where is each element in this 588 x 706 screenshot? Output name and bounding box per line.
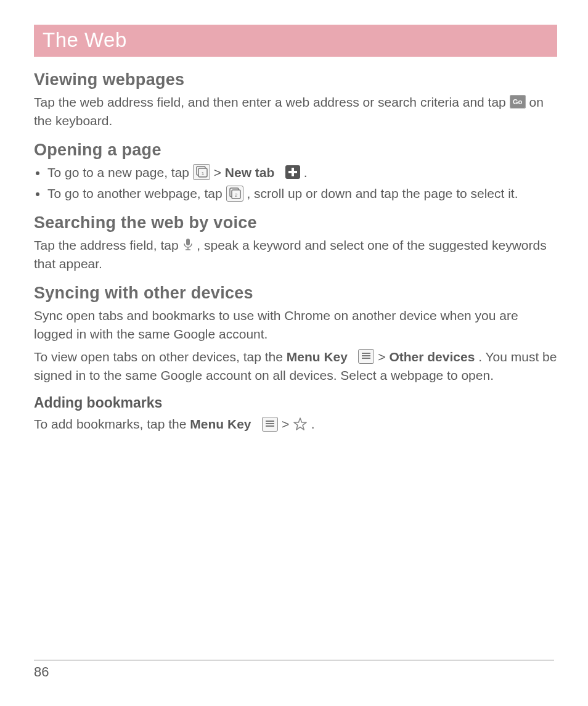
text: To go to another webpage, tap [47, 186, 226, 200]
section-opening-page: Opening a page To go to a new page, tap … [34, 141, 557, 203]
microphone-icon [182, 238, 194, 252]
text: Tap the address field, tap [34, 238, 182, 252]
text [351, 350, 355, 364]
text: . [311, 417, 315, 431]
text: . [304, 165, 308, 179]
heading-sync: Syncing with other devices [34, 284, 557, 303]
paragraph: Tap the address field, tap , speak a key… [34, 236, 557, 274]
text: Tap the web address field, and then ente… [34, 95, 510, 109]
bold-text: New tab [225, 165, 275, 179]
footer-rule [34, 660, 554, 660]
text: To view open tabs on other devices, tap … [34, 350, 287, 364]
svg-rect-6 [186, 239, 190, 245]
tabs-2-icon: 2 [226, 186, 243, 202]
section-banner: The Web [34, 25, 557, 57]
section-bookmarks: Adding bookmarks To add bookmarks, tap t… [34, 395, 557, 433]
text: > [282, 417, 293, 431]
svg-text:2: 2 [234, 192, 237, 198]
page-number: 86 [34, 664, 554, 680]
menu-key-icon [358, 349, 374, 364]
bold-text: Other devices [389, 350, 475, 364]
paragraph: Tap the web address field, and then ente… [34, 93, 557, 131]
go-key-icon: Go [510, 95, 526, 109]
document-page: The Web Viewing webpages Tap the web add… [0, 0, 588, 434]
heading-opening: Opening a page [34, 141, 557, 160]
page-footer: 86 [34, 660, 554, 680]
section-voice-search: Searching the web by voice Tap the addre… [34, 213, 557, 274]
heading-voice: Searching the web by voice [34, 213, 557, 232]
svg-text:1: 1 [202, 171, 205, 176]
text [278, 165, 282, 179]
list-item: To go to a new page, tap 1 > New tab . [47, 163, 557, 182]
text: To add bookmarks, tap the [34, 417, 190, 431]
bullet-list: To go to a new page, tap 1 > New tab . T… [34, 163, 557, 203]
plus-icon [285, 165, 300, 179]
section-viewing-webpages: Viewing webpages Tap the web address fie… [34, 70, 557, 131]
text: , scroll up or down and tap the page to … [247, 186, 518, 200]
tabs-1-icon: 1 [193, 164, 210, 180]
paragraph: To view open tabs on other devices, tap … [34, 348, 557, 385]
text [255, 417, 258, 431]
heading-viewing: Viewing webpages [34, 70, 557, 89]
text: > [378, 350, 389, 364]
paragraph: To add bookmarks, tap the Menu Key > . [34, 415, 557, 433]
bold-text: Menu Key [287, 350, 348, 364]
text: > [214, 165, 225, 179]
list-item: To go to another webpage, tap 2 , scroll… [47, 184, 557, 203]
svg-marker-9 [294, 418, 306, 430]
star-outline-icon [293, 417, 308, 431]
section-syncing: Syncing with other devices Sync open tab… [34, 284, 557, 385]
text: To go to a new page, tap [47, 165, 193, 179]
menu-key-icon [262, 417, 278, 432]
heading-bookmarks: Adding bookmarks [34, 395, 557, 411]
bold-text: Menu Key [190, 417, 251, 431]
paragraph: Sync open tabs and bookmarks to use with… [34, 306, 557, 344]
